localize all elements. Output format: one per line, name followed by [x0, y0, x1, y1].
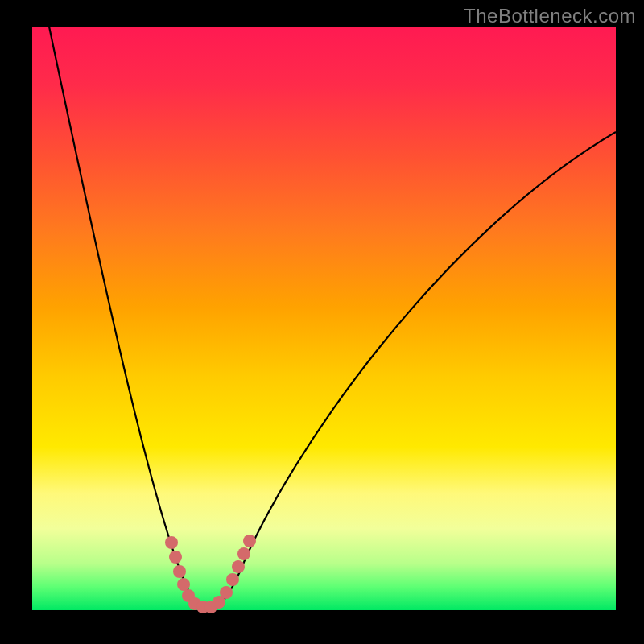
svg-point-1	[169, 551, 182, 564]
watermark-text: TheBottleneck.com	[464, 5, 636, 27]
svg-point-0	[165, 536, 178, 549]
svg-point-13	[243, 535, 256, 547]
svg-point-3	[177, 578, 190, 591]
svg-point-11	[232, 560, 245, 573]
svg-point-10	[226, 573, 239, 586]
plot-background	[32, 27, 616, 610]
chart-svg	[0, 0, 644, 644]
svg-point-12	[237, 547, 250, 560]
svg-point-2	[173, 565, 186, 578]
svg-point-9	[220, 586, 233, 599]
chart-root: TheBottleneck.com	[0, 0, 644, 644]
